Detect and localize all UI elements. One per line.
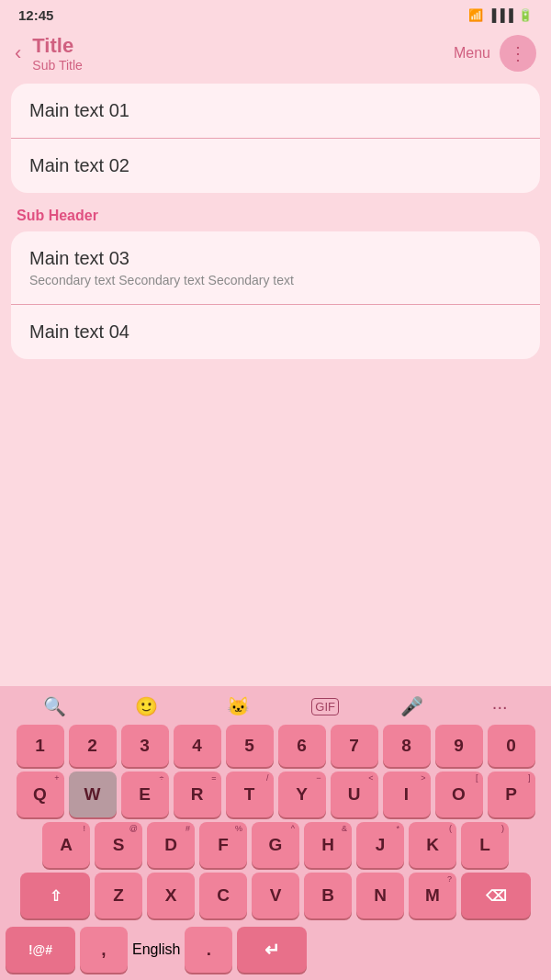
key-o[interactable]: [O	[435, 772, 483, 817]
key-z[interactable]: Z	[95, 873, 142, 918]
list-item-1[interactable]: Main text 01	[11, 84, 540, 138]
key-g[interactable]: ^G	[252, 822, 299, 868]
comma-key[interactable]: ,	[80, 927, 128, 973]
key-9[interactable]: 9	[435, 725, 483, 767]
key-r[interactable]: =R	[174, 772, 221, 817]
app-bar-titles: Title Sub Title	[32, 34, 454, 73]
list-item-4[interactable]: Main text 04	[11, 304, 540, 359]
key-v[interactable]: V	[252, 873, 299, 918]
app-title: Title	[32, 34, 454, 58]
key-l[interactable]: )L	[461, 822, 509, 868]
list-item-3[interactable]: Main text 03 Secondary text Secondary te…	[11, 231, 540, 304]
key-u[interactable]: <U	[331, 772, 378, 817]
key-j[interactable]: *J	[356, 822, 404, 868]
key-f[interactable]: %F	[199, 822, 247, 868]
space-key[interactable]: English	[132, 941, 180, 958]
more-icon[interactable]: ···	[485, 694, 515, 719]
key-n[interactable]: N	[356, 873, 404, 918]
enter-key[interactable]: ↵	[237, 927, 307, 973]
content-area: Main text 01 Main text 02 Sub Header Mai…	[0, 84, 551, 359]
zxcv-row: ⇧ Z X C V B N ?M ⌫	[6, 873, 545, 918]
keyboard-toolbar: 🔍 🙂 🐱 GIF 🎤 ···	[0, 688, 551, 723]
key-m[interactable]: ?M	[409, 873, 456, 918]
main-text-01: Main text 01	[29, 100, 522, 121]
list-item-2[interactable]: Main text 02	[11, 138, 540, 193]
sub-header: Sub Header	[11, 198, 540, 231]
status-icons: 📶 ▐▐▐ 🔋	[468, 8, 533, 22]
asdf-row: !A @S #D %F ^G &H *J (K )L	[6, 822, 545, 868]
status-time: 12:45	[18, 7, 53, 23]
key-b[interactable]: B	[304, 873, 352, 918]
wifi-icon: 📶	[468, 8, 483, 22]
key-i[interactable]: >I	[383, 772, 431, 817]
key-x[interactable]: X	[147, 873, 195, 918]
key-e[interactable]: ÷E	[121, 772, 169, 817]
emoji-icon[interactable]: 🙂	[128, 693, 165, 719]
key-w[interactable]: W	[69, 772, 117, 817]
qwerty-row: +Q W ÷E =R /T −Y <U >I [O ]P	[6, 772, 545, 817]
key-6[interactable]: 6	[278, 725, 326, 767]
key-q[interactable]: +Q	[17, 772, 64, 817]
keyboard-bottom-row: !@# , English . ↵	[0, 927, 551, 980]
key-k[interactable]: (K	[409, 822, 456, 868]
shift-key[interactable]: ⇧	[20, 873, 90, 918]
key-a[interactable]: !A	[42, 822, 90, 868]
app-subtitle: Sub Title	[32, 58, 454, 73]
key-3[interactable]: 3	[121, 725, 169, 767]
menu-label[interactable]: Menu	[454, 45, 490, 62]
sticker-icon[interactable]: 🐱	[219, 693, 257, 719]
back-button[interactable]: ‹	[15, 41, 21, 65]
backspace-key[interactable]: ⌫	[461, 873, 531, 918]
status-bar: 12:45 📶 ▐▐▐ 🔋	[0, 0, 551, 27]
gif-icon[interactable]: GIF	[311, 698, 339, 715]
key-8[interactable]: 8	[383, 725, 431, 767]
key-h[interactable]: &H	[304, 822, 352, 868]
list-card-2: Main text 03 Secondary text Secondary te…	[11, 231, 540, 359]
list-card-1: Main text 01 Main text 02	[11, 84, 540, 193]
search-icon[interactable]: 🔍	[36, 693, 73, 719]
key-2[interactable]: 2	[69, 725, 117, 767]
key-1[interactable]: 1	[17, 725, 64, 767]
secondary-text-03: Secondary text Secondary text Secondary …	[29, 273, 522, 287]
key-4[interactable]: 4	[174, 725, 221, 767]
voice-icon[interactable]: 🎤	[393, 693, 431, 719]
battery-icon: 🔋	[518, 8, 533, 22]
key-d[interactable]: #D	[147, 822, 195, 868]
key-y[interactable]: −Y	[278, 772, 326, 817]
key-c[interactable]: C	[199, 873, 247, 918]
app-bar: ‹ Title Sub Title Menu ⋮	[0, 27, 551, 84]
signal-icon: ▐▐▐	[488, 8, 513, 22]
key-0[interactable]: 0	[488, 725, 535, 767]
keyboard: 🔍 🙂 🐱 GIF 🎤 ··· 1 2 3 4 5 6 7 8 9 0 +Q W…	[0, 686, 551, 980]
number-row: 1 2 3 4 5 6 7 8 9 0	[6, 725, 545, 767]
key-t[interactable]: /T	[226, 772, 274, 817]
key-p[interactable]: ]P	[488, 772, 535, 817]
keyboard-rows: 1 2 3 4 5 6 7 8 9 0 +Q W ÷E =R /T −Y <U …	[0, 723, 551, 927]
key-7[interactable]: 7	[331, 725, 378, 767]
symbols-key[interactable]: !@#	[6, 927, 75, 973]
main-text-02: Main text 02	[29, 155, 522, 176]
period-key[interactable]: .	[185, 927, 232, 973]
key-5[interactable]: 5	[226, 725, 274, 767]
main-text-04: Main text 04	[29, 321, 522, 343]
key-s[interactable]: @S	[95, 822, 142, 868]
main-text-03: Main text 03	[29, 248, 522, 269]
more-button[interactable]: ⋮	[500, 35, 536, 72]
